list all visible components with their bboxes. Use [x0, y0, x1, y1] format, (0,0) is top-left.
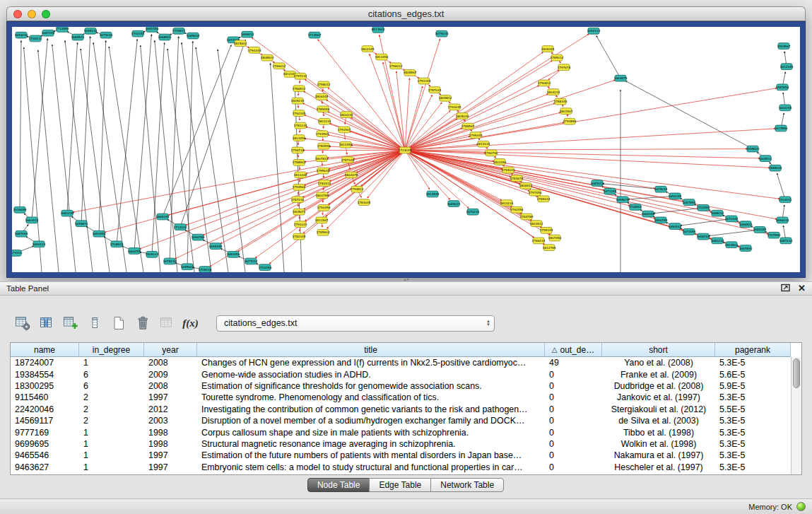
- table-cell[interactable]: 5.3E-5: [715, 450, 791, 460]
- network-node[interactable]: 1786790: [485, 150, 498, 156]
- tab-network-table[interactable]: Network Table: [430, 478, 504, 492]
- network-node[interactable]: 1792345: [293, 110, 306, 117]
- table-row[interactable]: 977716911998Corpus callosum shape and si…: [11, 426, 791, 438]
- table-cell[interactable]: 19384554: [11, 370, 79, 380]
- create-table-button[interactable]: [109, 314, 128, 333]
- network-node[interactable]: 1794812: [351, 186, 364, 192]
- network-node[interactable]: 1787230: [291, 197, 305, 203]
- table-cell[interactable]: Corpus callosum shape and size in male p…: [197, 428, 545, 438]
- table-row[interactable]: 946554611997Estimation of the future num…: [11, 450, 791, 461]
- network-node[interactable]: 1703412: [779, 197, 792, 203]
- table-cell[interactable]: Hescheler et al. (1997): [602, 462, 715, 472]
- network-node[interactable]: 1675230: [100, 32, 113, 38]
- network-node[interactable]: 1783045: [358, 199, 371, 206]
- network-node[interactable]: 1790456: [317, 205, 331, 211]
- network-node[interactable]: 1662345: [642, 211, 655, 217]
- network-node[interactable]: 1589034: [769, 165, 782, 171]
- network-node[interactable]: 1783678: [510, 175, 524, 182]
- table-cell[interactable]: de Silva et al. (2003): [602, 416, 715, 426]
- network-node[interactable]: 1587654: [776, 84, 789, 90]
- network-node[interactable]: 1690512: [669, 223, 682, 230]
- network-node[interactable]: 1595823: [746, 146, 760, 152]
- table-cell[interactable]: Disruption of a novel member of a sodium…: [197, 416, 545, 426]
- table-cell[interactable]: 5.6E-5: [715, 370, 791, 380]
- column-header-short[interactable]: short: [602, 343, 715, 357]
- network-node[interactable]: 1691456: [146, 27, 159, 32]
- table-cell[interactable]: 5.3E-5: [715, 439, 791, 449]
- network-node[interactable]: 1813456: [375, 54, 389, 60]
- table-cell[interactable]: 5.3E-5: [715, 392, 791, 402]
- network-node[interactable]: 1791345: [418, 78, 431, 84]
- network-node[interactable]: 1803912: [530, 221, 543, 227]
- tab-node-table[interactable]: Node Table: [307, 478, 370, 492]
- network-node[interactable]: 1702345: [131, 30, 145, 37]
- network-node[interactable]: 1905013: [146, 251, 159, 257]
- table-row[interactable]: 1830029562008Estimation of significance …: [11, 380, 791, 392]
- network-node[interactable]: 1678234: [163, 258, 177, 264]
- network-node[interactable]: 1784590: [317, 143, 331, 149]
- column-header-pagerank[interactable]: pagerank: [715, 343, 791, 357]
- network-node[interactable]: 1812034: [477, 141, 490, 147]
- table-cell[interactable]: Investigating the contribution of common…: [197, 404, 545, 414]
- table-cell[interactable]: 0: [545, 428, 602, 438]
- network-node[interactable]: 1783412: [318, 180, 331, 187]
- table-row[interactable]: 946362711997Embryonic stem cells: a mode…: [11, 462, 791, 473]
- network-node[interactable]: 1812789: [543, 245, 556, 251]
- network-node[interactable]: 1666781: [128, 248, 141, 255]
- network-node[interactable]: 1673456: [683, 228, 696, 235]
- table-cell[interactable]: 18724007: [11, 358, 79, 368]
- network-node[interactable]: 1808567: [404, 70, 417, 76]
- delete-table-button[interactable]: [133, 314, 152, 333]
- network-node[interactable]: 1681239: [61, 210, 74, 216]
- network-node[interactable]: 1789456: [317, 106, 330, 112]
- table-cell[interactable]: Tibbo et al. (1998): [602, 428, 715, 438]
- table-cell[interactable]: 1997: [144, 450, 197, 460]
- table-cell[interactable]: Yano et al. (2008): [602, 358, 715, 368]
- network-node[interactable]: 1679234: [435, 30, 449, 37]
- network-node[interactable]: 1698765: [697, 233, 710, 240]
- table-cell[interactable]: Tourette syndrome. Phenomenology and cla…: [197, 392, 545, 402]
- network-node[interactable]: 1677012: [245, 258, 258, 264]
- table-cell[interactable]: 0: [545, 370, 602, 380]
- column-header-name[interactable]: name: [11, 343, 79, 357]
- network-node[interactable]: 1699012: [241, 31, 254, 37]
- network-node[interactable]: 1790345: [248, 47, 261, 54]
- network-node[interactable]: 1789034: [537, 196, 551, 202]
- network-node[interactable]: 1812456: [339, 141, 353, 148]
- network-node[interactable]: 1791567: [338, 127, 351, 133]
- network-node[interactable]: 1670345: [725, 216, 739, 222]
- network-node[interactable]: 1797234: [294, 73, 307, 79]
- network-node[interactable]: 1663412: [25, 217, 39, 223]
- network-node[interactable]: 8513904: [372, 27, 385, 33]
- network-node[interactable]: 1793567: [316, 131, 329, 137]
- network-node[interactable]: 1612345: [780, 64, 794, 70]
- table-cell[interactable]: 9115460: [11, 392, 79, 402]
- table-cell[interactable]: Dudbridge et al. (2008): [602, 381, 715, 391]
- table-cell[interactable]: 2009: [144, 370, 197, 380]
- table-cell[interactable]: 2008: [144, 381, 197, 391]
- table-cell[interactable]: 1: [79, 428, 144, 438]
- table-cell[interactable]: 1997: [144, 462, 197, 472]
- network-node[interactable]: 1685634: [187, 33, 200, 39]
- table-row[interactable]: 2242004622012Investigating the contribut…: [11, 404, 791, 415]
- network-node[interactable]: 1709871: [172, 28, 186, 34]
- tab-edge-table[interactable]: Edge Table: [369, 478, 431, 492]
- table-cell[interactable]: 0: [545, 381, 602, 391]
- column-header-out_de[interactable]: △out_de…: [545, 343, 602, 357]
- network-node[interactable]: 1797456: [529, 189, 542, 196]
- table-cell[interactable]: 1: [79, 462, 144, 472]
- network-node[interactable]: 1681234: [711, 238, 724, 244]
- network-node[interactable]: 1712890: [56, 27, 69, 32]
- network-node[interactable]: 1782345: [293, 233, 306, 240]
- network-node[interactable]: 1792456: [510, 206, 524, 213]
- window-titlebar[interactable]: citations_edges.txt: [6, 6, 806, 21]
- network-node[interactable]: 2026059: [13, 206, 27, 213]
- table-row[interactable]: 1456911722003Disruption of a novel membe…: [11, 415, 791, 426]
- network-node[interactable]: 1668923: [158, 34, 172, 40]
- table-cell[interactable]: Genome-wide association studies in ADHD.: [197, 370, 545, 380]
- table-cell[interactable]: 0: [545, 439, 602, 449]
- table-cell[interactable]: 1998: [144, 428, 197, 438]
- table-cell[interactable]: 0: [545, 416, 602, 426]
- table-row[interactable]: 969969511998Structural magnetic resonanc…: [11, 438, 791, 450]
- table-cell[interactable]: Jankovic et al. (1997): [602, 392, 715, 402]
